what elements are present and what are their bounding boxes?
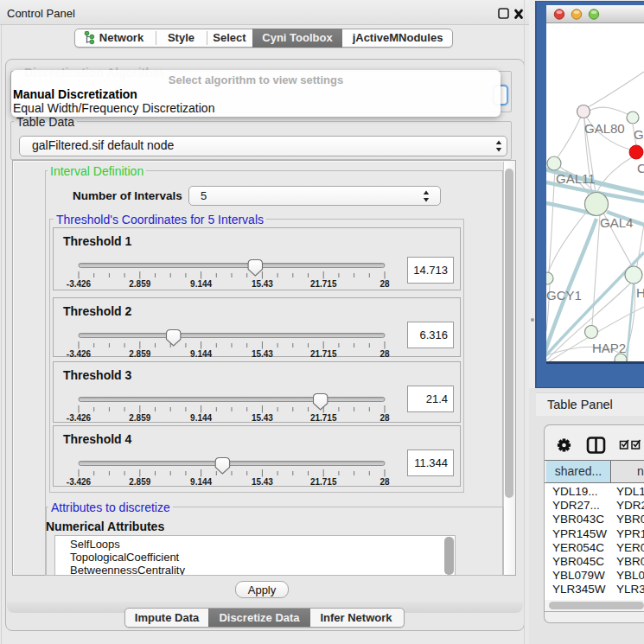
svg-text:28: 28 <box>379 279 390 289</box>
svg-text:28: 28 <box>379 349 390 357</box>
svg-text:15.43: 15.43 <box>252 349 273 357</box>
svg-text:9.144: 9.144 <box>190 349 212 357</box>
svg-text:-3.426: -3.426 <box>67 349 92 357</box>
svg-text:HAP2: HAP2 <box>592 341 626 355</box>
svg-text:Threshold 3: Threshold 3 <box>63 368 132 382</box>
svg-text:28: 28 <box>379 477 390 487</box>
svg-text:-3.426: -3.426 <box>67 279 92 289</box>
svg-text:GAL4: GAL4 <box>600 215 633 230</box>
svg-text:9.144: 9.144 <box>190 413 212 423</box>
svg-text:2.859: 2.859 <box>129 413 150 423</box>
svg-text:Threshold 4: Threshold 4 <box>63 432 132 446</box>
svg-text:21.715: 21.715 <box>310 413 337 423</box>
svg-text:2.859: 2.859 <box>129 349 150 357</box>
svg-text:2.859: 2.859 <box>129 279 150 289</box>
svg-text:GCY1: GCY1 <box>546 288 582 303</box>
svg-text:21.715: 21.715 <box>310 349 337 357</box>
svg-text:9.144: 9.144 <box>190 477 212 487</box>
svg-text:2.859: 2.859 <box>129 477 150 487</box>
svg-text:-3.426: -3.426 <box>67 413 92 423</box>
svg-text:Threshold 2: Threshold 2 <box>63 304 132 318</box>
svg-text:GAL80: GAL80 <box>584 121 625 136</box>
svg-text:H: H <box>636 285 644 300</box>
svg-text:15.43: 15.43 <box>252 477 273 487</box>
svg-text:15.43: 15.43 <box>252 413 273 423</box>
svg-text:GAL11: GAL11 <box>556 171 596 186</box>
svg-text:21.715: 21.715 <box>310 279 337 289</box>
svg-text:-3.426: -3.426 <box>67 477 92 487</box>
svg-text:GAL: GAL <box>634 127 644 142</box>
svg-text:15.43: 15.43 <box>252 279 273 289</box>
svg-text:C: C <box>637 161 644 175</box>
svg-text:21.715: 21.715 <box>310 477 337 487</box>
svg-text:Threshold 1: Threshold 1 <box>63 234 132 248</box>
svg-text:9.144: 9.144 <box>190 279 212 289</box>
svg-text:28: 28 <box>379 413 390 423</box>
